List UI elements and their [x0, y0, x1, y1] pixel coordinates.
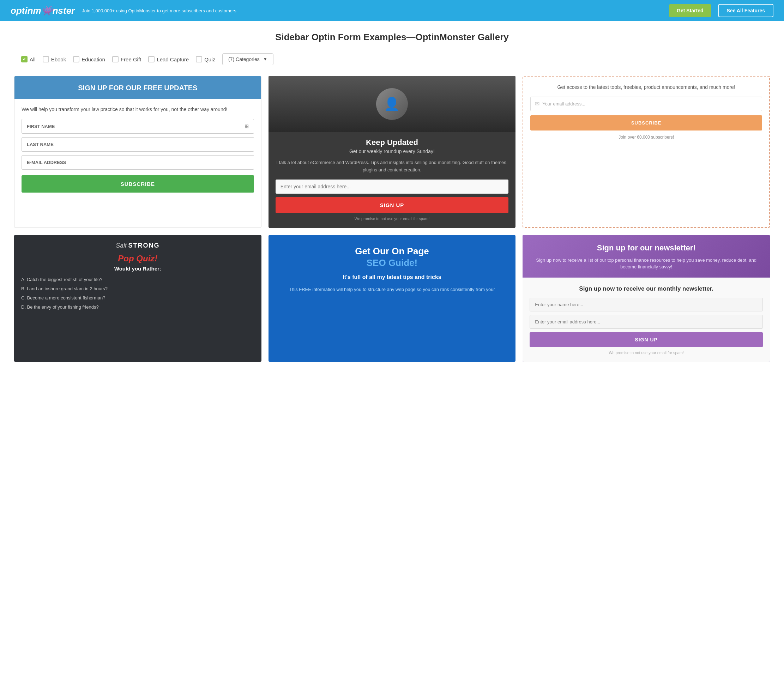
card-newsletter-title: Sign up for our newsletter!: [530, 243, 763, 253]
card4-name-input[interactable]: [530, 298, 763, 312]
filter-lead-capture-label: Lead Capture: [157, 56, 189, 62]
card-newsletter: Sign up for our newsletter! Sign up now …: [522, 235, 770, 362]
quiz-option-c: C. Become a more consistent fisherman?: [21, 295, 254, 301]
card2-spam-note: We promise to not use your email for spa…: [275, 217, 509, 221]
card-free-updates-header: SIGN UP FOR OUR FREE UPDATES: [15, 76, 261, 99]
filter-ebook-label: Ebook: [51, 56, 66, 62]
filter-all[interactable]: All: [21, 56, 36, 62]
saltstrong-logo: Salt STRONG: [21, 242, 254, 249]
card-newsletter-body: Sign up now to receive our monthly newsl…: [522, 278, 770, 362]
filters-bar: All Ebook Education Free Gift Lead Captu…: [0, 50, 784, 72]
categories-label: (7) Categories: [228, 56, 260, 62]
avatar: 👤: [376, 88, 408, 120]
card-keep-updated-photo: 👤: [268, 76, 516, 132]
filter-free-gift[interactable]: Free Gift: [112, 56, 141, 62]
categories-dropdown[interactable]: (7) Categories ▼: [222, 53, 273, 65]
envelope-icon: ✉: [535, 101, 540, 107]
card-keep-updated: 👤 Keep Updated Get our weekly roundup ev…: [268, 76, 516, 228]
filter-free-gift-label: Free Gift: [121, 56, 141, 62]
quiz-option-b: B. Land an inshore grand slam in 2 hours…: [21, 286, 254, 292]
card-newsletter-header-desc: Sign up now to receive a list of our top…: [530, 257, 763, 271]
filter-education[interactable]: Education: [73, 56, 105, 62]
quiz-option-a: A. Catch the biggest redfish of your lif…: [21, 276, 254, 283]
card-free-updates-desc: We will help you transform your law prac…: [21, 106, 254, 113]
pop-quiz-title: Pop Quiz!: [21, 253, 254, 263]
logo: optinm👾nster: [11, 5, 75, 16]
page-title-section: Sidebar Optin Form Examples—OptinMonster…: [0, 21, 784, 50]
logo-monster: 👾: [41, 5, 52, 16]
filter-lead-capture[interactable]: Lead Capture: [148, 56, 189, 62]
filter-free-gift-checkbox[interactable]: [112, 56, 119, 62]
email-label: E-MAIL ADDRESS: [27, 160, 66, 165]
card2-email-input[interactable]: [275, 180, 509, 194]
card3-join-note: Join over 60,000 subscribers!: [530, 134, 762, 140]
card4-email-input[interactable]: [530, 315, 763, 329]
card3-desc: Get access to the latest tools, freebies…: [530, 83, 762, 91]
filter-lead-capture-checkbox[interactable]: [148, 56, 155, 62]
card6-tagline: It's full of all my latest tips and tric…: [277, 274, 507, 280]
filter-quiz-label: Quiz: [204, 56, 215, 62]
card-keep-updated-desc: I talk a lot about eCommerce and WordPre…: [275, 159, 509, 174]
gallery-grid: SIGN UP FOR OUR FREE UPDATES We will hel…: [0, 72, 784, 376]
card-keep-updated-subtitle: Get our weekly roundup every Sunday!: [275, 149, 509, 154]
last-name-field[interactable]: LAST NAME: [21, 137, 254, 152]
card3-email-field[interactable]: ✉ Your email address...: [530, 96, 762, 111]
filter-quiz[interactable]: Quiz: [196, 56, 215, 62]
card1-subscribe-button[interactable]: SUBSCRIBE: [21, 175, 254, 193]
logo-strong: STRONG: [128, 242, 160, 249]
dropdown-arrow-icon: ▼: [263, 57, 267, 62]
card3-email-placeholder: Your email address...: [542, 101, 585, 106]
see-all-features-button[interactable]: See All Features: [719, 4, 773, 17]
card-newsletter-header: Sign up for our newsletter! Sign up now …: [522, 235, 770, 278]
card2-signup-button[interactable]: SIGN UP: [275, 197, 509, 213]
card-free-updates: SIGN UP FOR OUR FREE UPDATES We will hel…: [14, 76, 262, 228]
card-pop-quiz: Salt STRONG Pop Quiz! Would you Rather: …: [14, 235, 262, 362]
card6-desc: This FREE information will help you to s…: [277, 286, 507, 294]
header: optinm👾nster Join 1,000,000+ using Optin…: [0, 0, 784, 21]
card-keep-updated-title: Keep Updated: [275, 138, 509, 147]
card6-title-line1: Get Our On Page: [355, 246, 429, 256]
filter-ebook-checkbox[interactable]: [43, 56, 49, 62]
card-email-subscribe: Get access to the latest tools, freebies…: [522, 76, 770, 228]
last-name-label: LAST NAME: [27, 142, 54, 147]
email-field[interactable]: E-MAIL ADDRESS: [21, 155, 254, 170]
page-title: Sidebar Optin Form Examples—OptinMonster…: [7, 32, 777, 42]
filter-all-checkbox[interactable]: [21, 56, 28, 62]
get-started-button[interactable]: Get Started: [669, 4, 711, 17]
card3-subscribe-button[interactable]: SUBSCRIBE: [530, 115, 762, 131]
card-keep-updated-body: Keep Updated Get our weekly roundup ever…: [268, 132, 516, 228]
grid-icon: ⊞: [244, 123, 249, 129]
first-name-label: FIRST NAME: [27, 124, 55, 129]
would-you-label: Would you Rather:: [21, 266, 254, 271]
header-tagline: Join 1,000,000+ using OptinMonster to ge…: [82, 8, 662, 13]
filter-ebook[interactable]: Ebook: [43, 56, 66, 62]
first-name-field[interactable]: FIRST NAME ⊞: [21, 119, 254, 134]
card6-title: Get Our On Page SEO Guide!: [277, 245, 507, 270]
card4-signup-button[interactable]: SIGN UP: [530, 332, 763, 347]
filter-all-label: All: [29, 56, 36, 62]
card-seo-guide: Get Our On Page SEO Guide! It's full of …: [268, 235, 516, 362]
logo-salt: Salt: [116, 242, 127, 249]
card-newsletter-body-title: Sign up now to receive our monthly newsl…: [530, 285, 763, 293]
quiz-option-d: D. Be the envy of your fishing friends?: [21, 304, 254, 310]
filter-education-label: Education: [82, 56, 105, 62]
filter-education-checkbox[interactable]: [73, 56, 79, 62]
card-free-updates-body: We will help you transform your law prac…: [15, 99, 261, 199]
card4-spam-note: We promise to not use your email for spa…: [530, 351, 763, 355]
card6-title-line2: SEO Guide!: [367, 258, 417, 268]
filter-quiz-checkbox[interactable]: [196, 56, 202, 62]
